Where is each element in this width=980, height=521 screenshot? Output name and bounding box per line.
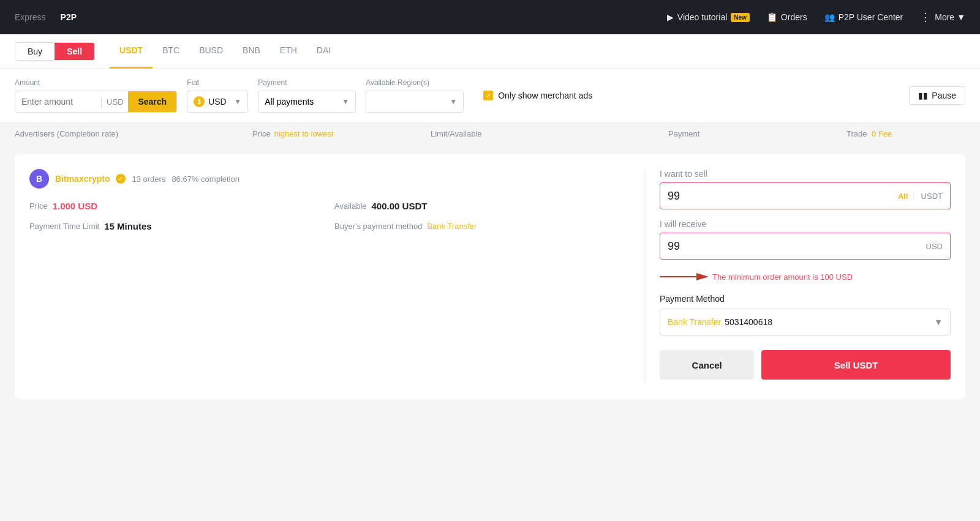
cancel-button[interactable]: Cancel	[660, 350, 754, 380]
nav-p2p-user-center[interactable]: 👥 P2P User Center	[824, 12, 903, 22]
price-detail-row: Price 1.000 USD	[29, 201, 325, 211]
advertiser-avatar: B	[29, 169, 49, 189]
receive-amount-label: I will receive	[660, 219, 951, 229]
new-badge: New	[731, 13, 750, 22]
tab-dai[interactable]: DAI	[307, 34, 341, 69]
payment-method-name: Bank Transfer	[668, 317, 721, 327]
filter-bar: Amount USD Search Fiat $ USD ▼ Payment A…	[0, 69, 980, 123]
col-sort-label[interactable]: highest to lowest	[274, 129, 334, 138]
receive-amount-input[interactable]	[660, 240, 919, 253]
col-advertiser: Advertisers (Completion rate)	[15, 129, 252, 138]
col-limit: Limit/Available	[431, 129, 668, 138]
nav-more[interactable]: ⋮ More ▼	[920, 10, 965, 24]
column-headers: Advertisers (Completion rate) Price high…	[0, 123, 980, 144]
error-row: The minimum order amount is 100 USD	[660, 269, 951, 284]
sell-all-button[interactable]: All	[893, 192, 913, 201]
buy-sell-toggle: Buy Sell	[15, 42, 95, 61]
amount-input-group: USD Search	[15, 91, 177, 113]
region-filter-group: Available Region(s) ▼	[366, 78, 464, 113]
tab-bnb[interactable]: BNB	[233, 34, 270, 69]
users-icon: 👥	[824, 12, 835, 22]
region-select[interactable]: ▼	[366, 91, 464, 113]
col-price-header: Price highest to lowest	[252, 129, 431, 138]
payment-method-section-label: Payment Method	[660, 294, 951, 304]
sell-currency-label: USDT	[913, 192, 950, 201]
more-label: More	[935, 12, 954, 22]
sell-amount-input[interactable]	[660, 190, 893, 203]
tab-btc[interactable]: BTC	[153, 34, 189, 69]
payment-time-value: 15 Minutes	[104, 221, 152, 231]
pause-button[interactable]: ▮▮ Pause	[909, 86, 965, 105]
payment-select[interactable]: All payments ▼	[258, 91, 356, 113]
sell-usdt-button[interactable]: Sell USDT	[761, 350, 951, 380]
listing-right: I want to sell All USDT I will receive U…	[644, 169, 951, 384]
main-content: B Bitmaxcrypto ✓ 13 orders 86.67% comple…	[0, 144, 980, 409]
sell-amount-section: I want to sell All USDT	[660, 169, 951, 209]
nav-right: ▶ Video tutorial New 📋 Orders 👥 P2P User…	[667, 10, 965, 24]
receive-input-group: USD	[660, 233, 951, 260]
col-fee: 0 Fee	[872, 129, 892, 138]
more-chevron-icon: ▼	[957, 12, 965, 22]
region-filter-label: Available Region(s)	[366, 78, 464, 87]
buyer-payment-value: Bank Transfer	[427, 222, 477, 231]
payment-select-text: All payments	[265, 97, 314, 107]
payment-method-section: Payment Method Bank Transfer 5031400618 …	[660, 294, 951, 335]
price-label: Price	[29, 201, 48, 211]
pause-label: Pause	[932, 91, 956, 100]
search-button[interactable]: Search	[128, 91, 176, 113]
amount-filter-group: Amount USD Search	[15, 78, 177, 113]
sell-amount-label: I want to sell	[660, 169, 951, 179]
payment-filter-label: Payment	[258, 78, 356, 87]
payment-chevron-icon: ▼	[342, 97, 349, 106]
advertiser-row: B Bitmaxcrypto ✓ 13 orders 86.67% comple…	[29, 169, 630, 189]
p2p-user-center-label: P2P User Center	[839, 12, 903, 22]
receive-currency-label: USD	[919, 242, 950, 251]
nav-express-link[interactable]: Express	[15, 12, 46, 22]
crypto-tabs: USDT BTC BUSD BNB ETH DAI	[110, 34, 341, 69]
merchant-checkbox-label: Only show merchant ads	[498, 91, 592, 100]
receive-amount-section: I will receive USD	[660, 219, 951, 260]
payment-dropdown-chevron: ▼	[934, 317, 943, 327]
buy-tab[interactable]: Buy	[15, 43, 55, 60]
tab-busd[interactable]: BUSD	[189, 34, 233, 69]
col-trade: Trade 0 Fee	[846, 129, 965, 138]
verified-icon: ✓	[116, 174, 126, 184]
payment-time-label: Payment Time Limit	[29, 222, 99, 231]
price-value: 1.000 USD	[53, 201, 97, 211]
fiat-select-text: USD	[208, 97, 227, 107]
advertiser-name[interactable]: Bitmaxcrypto	[55, 174, 110, 184]
orders-label: Orders	[781, 12, 807, 22]
tab-eth[interactable]: ETH	[270, 34, 307, 69]
fiat-coin-icon: $	[194, 96, 205, 107]
tab-usdt[interactable]: USDT	[110, 34, 153, 69]
payment-method-dropdown[interactable]: Bank Transfer 5031400618 ▼	[660, 309, 951, 335]
more-dots-icon: ⋮	[920, 10, 932, 24]
completion-rate: 86.67% completion	[172, 174, 239, 184]
payment-filter-group: Payment All payments ▼	[258, 78, 356, 113]
listing-left: B Bitmaxcrypto ✓ 13 orders 86.67% comple…	[29, 169, 630, 384]
payment-time-row: Payment Time Limit 15 Minutes	[29, 221, 325, 231]
col-price-label: Price	[252, 129, 271, 138]
listing-details: Price 1.000 USD Available 400.00 USDT Pa…	[29, 201, 630, 231]
nav-p2p-link[interactable]: P2P	[61, 12, 77, 22]
action-buttons: Cancel Sell USDT	[660, 350, 951, 380]
payment-method-number: 5031400618	[725, 317, 772, 327]
merchant-checkbox[interactable]: ✓	[483, 91, 493, 100]
region-chevron-icon: ▼	[450, 97, 457, 106]
top-navigation: Express P2P ▶ Video tutorial New 📋 Order…	[0, 0, 980, 34]
amount-currency-label: USD	[101, 97, 128, 107]
nav-orders[interactable]: 📋 Orders	[767, 12, 807, 22]
play-icon: ▶	[667, 12, 674, 22]
nav-video-tutorial[interactable]: ▶ Video tutorial New	[667, 12, 750, 22]
amount-filter-label: Amount	[15, 78, 177, 87]
video-tutorial-label: Video tutorial	[677, 12, 727, 22]
sell-tab[interactable]: Sell	[55, 43, 94, 60]
amount-input[interactable]	[15, 97, 101, 107]
merchant-checkbox-group[interactable]: ✓ Only show merchant ads	[483, 91, 592, 100]
fiat-select[interactable]: $ USD ▼	[187, 91, 248, 113]
sell-input-group: All USDT	[660, 182, 951, 209]
fiat-filter-group: Fiat $ USD ▼	[187, 78, 248, 113]
svg-marker-1	[696, 273, 709, 280]
tab-bar: Buy Sell USDT BTC BUSD BNB ETH DAI	[0, 34, 980, 69]
available-detail-row: Available 400.00 USDT	[334, 201, 630, 211]
